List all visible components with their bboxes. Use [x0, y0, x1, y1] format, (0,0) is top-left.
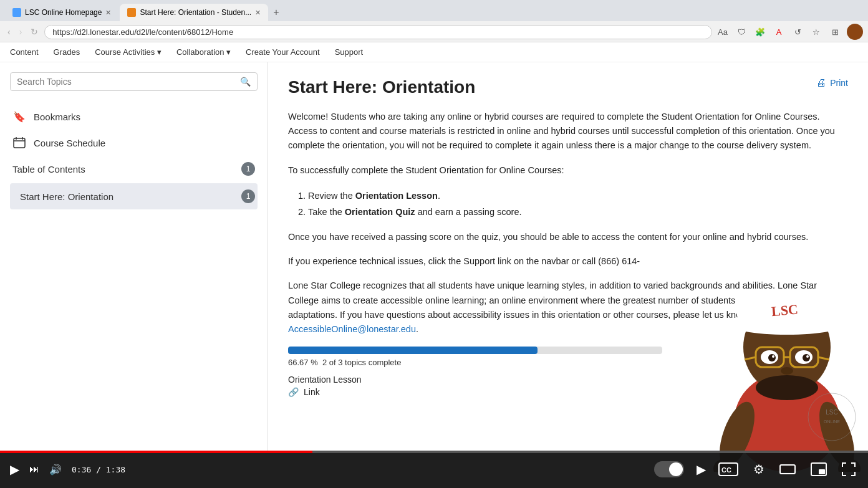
- search-icon: 🔍: [240, 77, 251, 87]
- sidebar-item-start-here[interactable]: Start Here: Orientation 1: [10, 183, 258, 209]
- video-scrubber[interactable]: [0, 451, 868, 453]
- svg-point-20: [772, 355, 774, 358]
- site-nav: Content Grades Course Activities ▾ Colla…: [0, 42, 868, 62]
- list-item1-prefix: Review the: [308, 191, 355, 201]
- reader-icon[interactable]: Aa: [716, 25, 730, 39]
- list-item-1: Review the Orientation Lesson.: [308, 188, 848, 204]
- nav-content[interactable]: Content: [10, 47, 39, 57]
- list-item1-suffix: .: [438, 191, 440, 201]
- new-tab-button[interactable]: +: [269, 6, 282, 19]
- forward-button[interactable]: ›: [17, 26, 25, 38]
- refresh2-icon[interactable]: ↺: [791, 25, 804, 39]
- tab-2[interactable]: Start Here: Orientation - Studen... ✕: [120, 4, 268, 21]
- svg-text:ONLINE: ONLINE: [824, 419, 840, 424]
- toolbar-icons: Aa 🛡 🧩 A ↺ ☆ ⊞: [716, 24, 863, 40]
- browser-chrome: LSC Online Homepage ✕ Start Here: Orient…: [0, 0, 868, 42]
- content-para1: Welcome! Students who are taking any onl…: [288, 110, 848, 153]
- tab-bar: LSC Online Homepage ✕ Start Here: Orient…: [0, 0, 868, 21]
- para5-end: .: [416, 324, 418, 334]
- list-item2-suffix: and earn a passing score.: [415, 207, 522, 217]
- time-display: 0:36 / 1:38: [72, 465, 125, 474]
- svg-point-21: [806, 355, 809, 358]
- toc-badge: 1: [241, 162, 255, 176]
- page-title: Start Here: Orientation: [288, 77, 848, 97]
- link-label: Link: [304, 387, 320, 397]
- link-icon: 🔗: [288, 387, 299, 397]
- nav-course-activities[interactable]: Course Activities ▾: [95, 47, 162, 57]
- profile-avatar[interactable]: [847, 24, 863, 40]
- collections-icon[interactable]: ⊞: [828, 25, 842, 39]
- tab-1[interactable]: LSC Online Homepage ✕: [5, 4, 118, 21]
- nav-collaboration[interactable]: Collaboration ▾: [176, 47, 231, 57]
- svg-point-22: [781, 367, 793, 375]
- video-scrubber-fill: [0, 451, 312, 453]
- address-input[interactable]: [44, 25, 712, 39]
- svg-point-28: [808, 393, 856, 441]
- sidebar: 🔍 🔖 Bookmarks Course Schedule Table of C…: [0, 62, 268, 484]
- progress-bar-fill: [288, 347, 538, 354]
- address-bar-row: ‹ › ↻ Aa 🛡 🧩 A ↺ ☆ ⊞: [0, 21, 868, 42]
- progress-percent: 66.67 %: [288, 358, 318, 367]
- progress-bar-container: [288, 347, 662, 354]
- miniplayer-button[interactable]: [808, 461, 829, 477]
- nav-support[interactable]: Support: [335, 47, 364, 57]
- bookmark-icon: 🔖: [12, 110, 26, 123]
- search-box[interactable]: 🔍: [10, 72, 258, 91]
- sidebar-item-course-schedule[interactable]: Course Schedule: [10, 130, 258, 156]
- svg-text:LSC: LSC: [826, 409, 837, 416]
- cc-button[interactable]: CC: [716, 461, 741, 477]
- sidebar-item-bookmarks[interactable]: 🔖 Bookmarks: [10, 103, 258, 130]
- theater-button[interactable]: [777, 462, 798, 477]
- bookmarks-label: Bookmarks: [34, 112, 80, 122]
- volume-button[interactable]: 🔊: [49, 464, 62, 476]
- search-input[interactable]: [17, 77, 240, 87]
- tab-2-close[interactable]: ✕: [255, 9, 261, 17]
- sidebar-item-toc[interactable]: Table of Contents 1: [10, 156, 258, 182]
- print-button[interactable]: 🖨 Print: [816, 77, 848, 89]
- star-icon[interactable]: ☆: [809, 25, 823, 39]
- shield-icon[interactable]: 🛡: [735, 25, 748, 39]
- tab-1-favicon: [12, 8, 21, 17]
- content-area: 🖨 Print Start Here: Orientation Welcome!…: [268, 62, 868, 484]
- toggle-switch[interactable]: [654, 461, 684, 477]
- course-schedule-label: Course Schedule: [34, 138, 105, 148]
- print-icon: 🖨: [816, 77, 826, 89]
- play-button[interactable]: ▶: [10, 462, 19, 477]
- svg-point-19: [803, 354, 810, 361]
- orientation-lesson-label: Orientation Lesson: [288, 375, 362, 385]
- svg-rect-0: [14, 138, 25, 148]
- tab-2-favicon: [127, 8, 136, 17]
- start-here-badge: 1: [241, 189, 255, 203]
- nav-grades[interactable]: Grades: [54, 47, 80, 57]
- svg-text:LSC: LSC: [771, 301, 799, 319]
- play-button-right[interactable]: ▶: [697, 462, 706, 477]
- main-layout: 🔍 🔖 Bookmarks Course Schedule Table of C…: [0, 62, 868, 484]
- video-controls: ▶ ⏭ 🔊 0:36 / 1:38 ▶ CC ⚙: [0, 451, 868, 488]
- svg-rect-35: [819, 469, 825, 474]
- toc-label: Table of Contents: [12, 164, 85, 175]
- refresh-button[interactable]: ↻: [28, 26, 41, 38]
- back-button[interactable]: ‹: [5, 26, 13, 38]
- extensions-icon[interactable]: 🧩: [753, 25, 767, 39]
- list-item2-prefix: Take the: [308, 207, 345, 217]
- settings-button[interactable]: ⚙: [751, 461, 767, 478]
- list-item2-bold: Orientation Quiz: [345, 207, 415, 217]
- progress-label: 2 of 3 topics complete: [322, 358, 401, 367]
- content-para2: To successfully complete the Student Ori…: [288, 163, 848, 178]
- start-here-label: Start Here: Orientation: [20, 191, 113, 202]
- toggle-knob: [669, 462, 683, 476]
- calendar-icon: [12, 136, 26, 150]
- list-item1-bold: Orientation Lesson: [355, 191, 438, 201]
- tab-1-close[interactable]: ✕: [105, 9, 111, 17]
- tab-1-label: LSC Online Homepage: [25, 8, 102, 17]
- svg-rect-33: [780, 465, 795, 474]
- lsc-logo-overlay: LSC ONLINE: [801, 392, 863, 442]
- acrobat-icon[interactable]: A: [772, 25, 786, 39]
- nav-create-account[interactable]: Create Your Account: [246, 47, 320, 57]
- fullscreen-button[interactable]: [839, 461, 858, 477]
- print-label: Print: [830, 78, 848, 88]
- tab-2-label: Start Here: Orientation - Studen...: [140, 8, 251, 17]
- svg-point-18: [768, 354, 776, 361]
- next-button[interactable]: ⏭: [29, 464, 39, 475]
- svg-text:CC: CC: [721, 466, 731, 474]
